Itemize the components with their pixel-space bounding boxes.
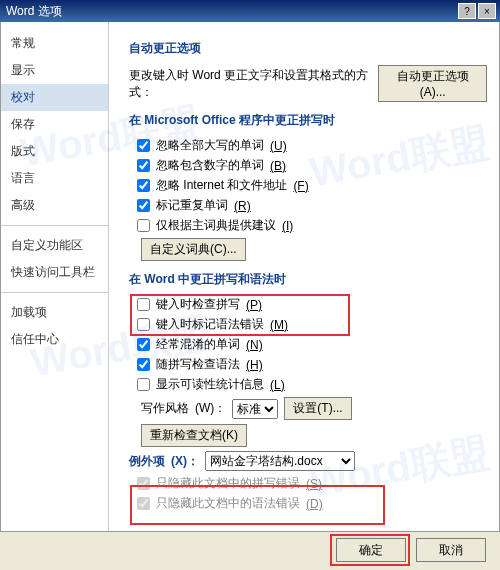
cb-check-spelling[interactable]: 键入时检查拼写(P) xyxy=(137,296,487,313)
exceptions-doc-select[interactable]: 网站金字塔结构.docx xyxy=(205,451,355,471)
sidebar-item-layout[interactable]: 版式 xyxy=(1,138,108,165)
main-panel: 自动更正选项 更改键入时 Word 更正文字和设置其格式的方式： 自动更正选项(… xyxy=(109,22,499,531)
cb-confused-words[interactable]: 经常混淆的单词(N) xyxy=(137,336,487,353)
sidebar-item-language[interactable]: 语言 xyxy=(1,165,108,192)
autocorrect-options-button[interactable]: 自动更正选项(A)... xyxy=(378,65,487,102)
style-settings-button[interactable]: 设置(T)... xyxy=(284,397,351,420)
sidebar-divider xyxy=(1,225,108,226)
sidebar-divider xyxy=(1,292,108,293)
section-word-spelling: 在 Word 中更正拼写和语法时 xyxy=(129,271,487,288)
cancel-button[interactable]: 取消 xyxy=(416,538,486,562)
sidebar-item-addins[interactable]: 加载项 xyxy=(1,299,108,326)
section-autocorrect: 自动更正选项 xyxy=(129,40,487,57)
section-office-spelling: 在 Microsoft Office 程序中更正拼写时 xyxy=(129,112,487,129)
window-title: Word 选项 xyxy=(4,3,456,20)
cb-main-dict-only[interactable]: 仅根据主词典提供建议(I) xyxy=(137,217,487,234)
cb-ignore-uppercase[interactable]: 忽略全部大写的单词(U) xyxy=(137,137,487,154)
dialog-content: 常规 显示 校对 保存 版式 语言 高级 自定义功能区 快速访问工具栏 加载项 … xyxy=(0,22,500,532)
custom-dict-button[interactable]: 自定义词典(C)... xyxy=(141,238,246,261)
cb-flag-repeated[interactable]: 标记重复单词(R) xyxy=(137,197,487,214)
cb-mark-grammar[interactable]: 键入时标记语法错误(M) xyxy=(137,316,487,333)
cb-readability-stats[interactable]: 显示可读性统计信息(L) xyxy=(137,376,487,393)
sidebar-item-ribbon[interactable]: 自定义功能区 xyxy=(1,232,108,259)
cb-ignore-numbers[interactable]: 忽略包含数字的单词(B) xyxy=(137,157,487,174)
sidebar-item-proofing[interactable]: 校对 xyxy=(1,84,108,111)
sidebar-item-qat[interactable]: 快速访问工具栏 xyxy=(1,259,108,286)
titlebar: Word 选项 ? × xyxy=(0,0,500,22)
writing-style-select[interactable]: 标准 xyxy=(232,399,278,419)
close-button[interactable]: × xyxy=(478,3,496,19)
writing-style-label: 写作风格 xyxy=(141,400,189,417)
cb-hide-grammar-errors[interactable]: 只隐藏此文档中的语法错误(D) xyxy=(137,495,487,512)
sidebar: 常规 显示 校对 保存 版式 语言 高级 自定义功能区 快速访问工具栏 加载项 … xyxy=(1,22,109,531)
cb-hide-spelling-errors[interactable]: 只隐藏此文档中的拼写错误(S) xyxy=(137,475,487,492)
recheck-doc-button[interactable]: 重新检查文档(K) xyxy=(141,424,247,447)
sidebar-item-save[interactable]: 保存 xyxy=(1,111,108,138)
section-exceptions: 例外项(X)： 网站金字塔结构.docx xyxy=(129,451,487,471)
sidebar-item-advanced[interactable]: 高级 xyxy=(1,192,108,219)
autocorrect-label: 更改键入时 Word 更正文字和设置其格式的方式： xyxy=(129,67,372,101)
help-button[interactable]: ? xyxy=(458,3,476,19)
ok-button[interactable]: 确定 xyxy=(336,538,406,562)
cb-ignore-internet[interactable]: 忽略 Internet 和文件地址(F) xyxy=(137,177,487,194)
sidebar-item-display[interactable]: 显示 xyxy=(1,57,108,84)
dialog-footer: 确定 取消 xyxy=(336,538,486,562)
sidebar-item-trust[interactable]: 信任中心 xyxy=(1,326,108,353)
cb-check-grammar-with-spelling[interactable]: 随拼写检查语法(H) xyxy=(137,356,487,373)
sidebar-item-general[interactable]: 常规 xyxy=(1,30,108,57)
